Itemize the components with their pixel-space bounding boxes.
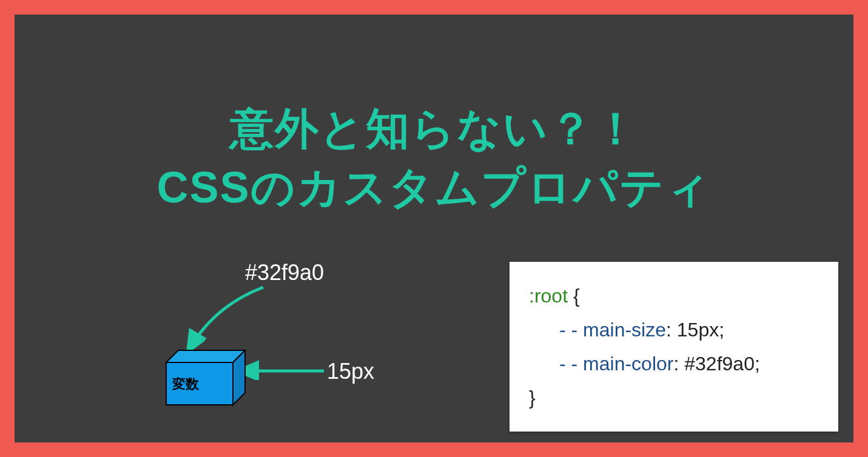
variable-diagram: #32f9a0 15px <box>124 257 439 439</box>
code-brace-close: } <box>529 387 536 409</box>
code-snippet: :root { - - main-size: 15px; - - main-co… <box>510 262 838 432</box>
px-value-label: 15px <box>327 359 374 384</box>
title-line-1: 意外と知らない？！ <box>230 104 639 153</box>
slide: 意外と知らない？！ CSSのカスタムプロパティ #32f9a0 15px <box>15 15 853 442</box>
code-line: :root { <box>529 279 819 313</box>
code-value: 15px <box>677 319 719 341</box>
code-brace-open: { <box>568 285 580 307</box>
box-icon <box>154 348 251 421</box>
code-prop: - - main-color <box>559 353 673 375</box>
page-title: 意外と知らない？！ CSSのカスタムプロパティ <box>15 99 853 217</box>
code-prop: - - main-size <box>559 319 666 341</box>
code-line: } <box>529 381 819 415</box>
code-line: - - main-color: #32f9a0; <box>529 347 819 381</box>
box-label: 変数 <box>172 375 199 393</box>
code-selector: :root <box>529 285 568 307</box>
title-line-2: CSSのカスタムプロパティ <box>156 163 711 212</box>
code-value: #32f9a0 <box>684 353 755 375</box>
svg-marker-0 <box>166 350 245 362</box>
code-line: - - main-size: 15px; <box>529 313 819 347</box>
